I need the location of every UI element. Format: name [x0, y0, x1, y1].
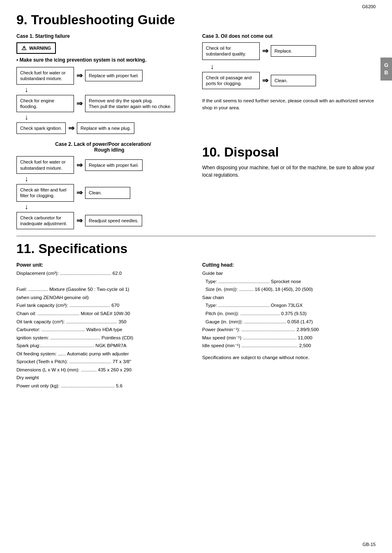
side-tab: GB — [380, 58, 392, 81]
specs-note: Specifications are subject to change wit… — [202, 355, 376, 360]
result-box-3: Replace with a new plug. — [77, 122, 134, 134]
case2-result-box-1: Replace with proper fuel. — [85, 159, 143, 171]
arrow-right-1: ⇒ — [76, 71, 83, 80]
case3-check-box-1: Check oil for substandard quality. — [202, 42, 260, 60]
warning-box: ⚠ WARNING — [16, 42, 56, 54]
page-label-top: G6200 — [362, 4, 376, 9]
cutting-head-col: Cutting head: Guide bar Type: ..........… — [202, 262, 376, 390]
check-box-1: Check fuel for water or substandard mixt… — [16, 67, 74, 85]
case2-check-box-2: Check air filter and fuel filter for clo… — [16, 184, 74, 202]
case2-arrow-right-2: ⇒ — [76, 188, 83, 197]
result-box-2: Remove and dry the spark plug.Then pull … — [85, 95, 175, 113]
power-unit-specs: Displacement (cm³): ....................… — [16, 270, 190, 390]
case3-check-box-2: Check oil passage and ports for clogging… — [202, 72, 260, 90]
warning-label: WARNING — [29, 46, 51, 51]
section10-title: 10. Disposal — [202, 145, 376, 160]
case2-check-box-3: Check carburetor for inadequate adjustme… — [16, 212, 74, 230]
arrow-right-2: ⇒ — [76, 99, 83, 108]
case3-arrow-right-1: ⇒ — [262, 46, 268, 55]
section11-divider — [16, 236, 376, 236]
case3-arrow-right-2: ⇒ — [262, 76, 268, 85]
case3-result-box-2: Clean. — [271, 75, 316, 86]
case2-flow-row-2: Check air filter and fuel filter for clo… — [16, 184, 190, 202]
warning-note: • Make sure the icing prevention system … — [16, 57, 190, 63]
case2-check-box-1: Check fuel for water or substandard mixt… — [16, 156, 74, 174]
check-box-2: Check for engine flooding. — [16, 95, 74, 113]
case2-arrow-right-1: ⇒ — [76, 161, 83, 170]
cutting-head-heading: Cutting head: — [202, 262, 376, 268]
flow-row-1: Check fuel for water or substandard mixt… — [16, 67, 190, 85]
case2-result-box-3: Readjust speed needles. — [85, 215, 142, 226]
case1-flow: Check fuel for water or substandard mixt… — [16, 67, 190, 134]
result-box-1: Replace with proper fuel. — [85, 70, 143, 81]
case2-flow-row-1: Check fuel for water or substandard mixt… — [16, 156, 190, 174]
section11-title: 11. Specifications — [16, 241, 376, 256]
specs-columns: Power unit: Displacement (cm³): ........… — [16, 262, 376, 390]
cutting-head-specs: Guide bar Type: ........................… — [202, 270, 376, 350]
flow-row-3: Check spark ignition. ⇒ Replace with a n… — [16, 122, 190, 134]
case2-arrow-right-3: ⇒ — [76, 216, 83, 225]
section9-title: 9. Troubleshooting Guide — [16, 12, 376, 28]
case2-result-box-2: Clean. — [85, 187, 130, 198]
page-label-bottom: GB-15 — [362, 542, 376, 547]
case2-flow: Check fuel for water or substandard mixt… — [16, 156, 190, 229]
arrow-down-1: ↓ — [16, 85, 190, 94]
power-unit-heading: Power unit: — [16, 262, 190, 268]
case1-title: Case 1. Starting failure — [16, 33, 190, 39]
case3-flow-row-2: Check oil passage and ports for clogging… — [202, 72, 376, 90]
disposal-text: When disposing your machine, fuel or oil… — [202, 164, 376, 179]
arrow-right-3: ⇒ — [68, 124, 74, 133]
case3-arrow-down-1: ↓ — [202, 62, 376, 71]
further-service-text: If the unit seems to need further servic… — [202, 97, 376, 112]
case3-title: Case 3. Oil does not come out — [202, 33, 376, 39]
case2-flow-row-3: Check carburetor for inadequate adjustme… — [16, 212, 190, 230]
case2-title: Case 2. Lack of power/Poor acceleration/… — [16, 141, 190, 153]
case2-arrow-down-2: ↓ — [16, 203, 190, 211]
case3-result-box-1: Replace. — [271, 45, 316, 57]
case2-arrow-down-1: ↓ — [16, 175, 190, 183]
case3-flow: Check oil for substandard quality. ⇒ Rep… — [202, 42, 376, 91]
arrow-down-2: ↓ — [16, 113, 190, 122]
warning-icon: ⚠ — [21, 45, 27, 51]
power-unit-col: Power unit: Displacement (cm³): ........… — [16, 262, 190, 390]
flow-row-2: Check for engine flooding. ⇒ Remove and … — [16, 95, 190, 113]
check-box-3: Check spark ignition. — [16, 122, 66, 134]
case3-flow-row-1: Check oil for substandard quality. ⇒ Rep… — [202, 42, 376, 60]
